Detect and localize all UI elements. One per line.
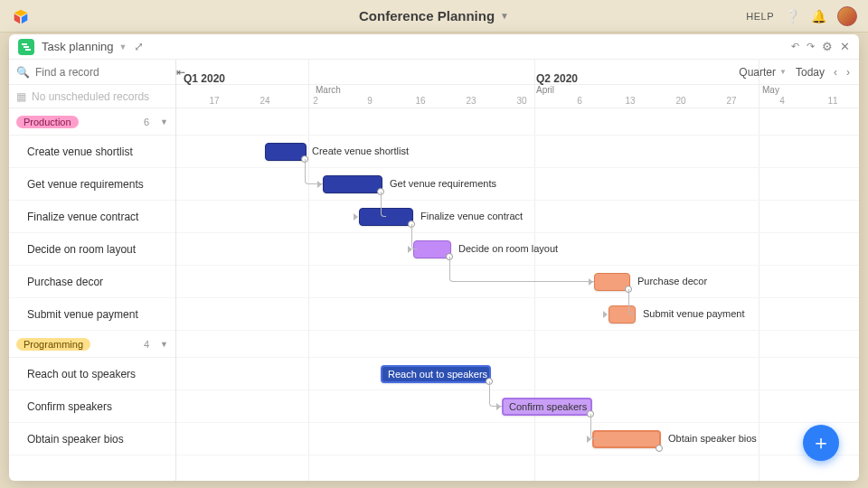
task-list-item[interactable]: Decide on room layout — [9, 233, 175, 266]
task-bar-label: Finalize venue contract — [420, 211, 523, 221]
timeline-row: Submit venue payment — [176, 298, 859, 331]
gear-icon[interactable]: ⚙ — [822, 40, 833, 53]
timeline-row: Obtain speaker bios — [176, 423, 859, 455]
group-header[interactable]: Production6▼ — [9, 108, 175, 136]
app-logo-icon — [11, 6, 31, 26]
task-bar-label: Decide on room layout — [458, 243, 558, 254]
task-bar[interactable]: Reach out to speakers — [381, 365, 491, 383]
svg-rect-1 — [24, 46, 29, 48]
dependency-link — [628, 289, 634, 314]
task-list-item[interactable]: Finalize venue contract — [9, 201, 175, 233]
find-record-input[interactable] — [35, 66, 171, 79]
task-bar-label: Get venue requirements — [390, 178, 496, 189]
task-list-item[interactable]: Obtain speaker bios — [9, 423, 175, 455]
task-bar-label: Submit venue payment — [643, 308, 745, 319]
day-label: 30 — [516, 96, 526, 106]
day-label: 11 — [827, 96, 837, 106]
task-bar[interactable]: Confirm speakers — [502, 398, 592, 416]
month-label: March — [316, 85, 341, 95]
quarter-label: Q1 2020 — [184, 72, 225, 85]
timeline-row: Finalize venue contract — [176, 201, 859, 233]
base-title[interactable]: Conference Planning ▼ — [359, 8, 509, 23]
timeline-row: Get venue requirements — [176, 168, 859, 201]
task-list-item[interactable]: Purchase decor — [9, 266, 175, 298]
group-header[interactable]: Programming4▼ — [9, 331, 175, 358]
expand-icon[interactable]: ⤢ — [134, 40, 144, 53]
calendar-icon: ▦ — [16, 90, 26, 103]
undo-icon[interactable]: ↶ — [791, 41, 799, 52]
arrow-icon — [603, 311, 608, 318]
day-label: 6 — [577, 96, 582, 106]
day-label: 23 — [466, 96, 476, 106]
panel-toolbar: Task planning ▼ ⤢ ↶ ↷ ⚙ ✕ — [9, 34, 859, 60]
group-count: 4 — [144, 339, 153, 350]
group-count: 6 — [144, 117, 153, 127]
arrow-icon — [589, 278, 593, 286]
prev-icon[interactable]: ‹ — [834, 66, 837, 79]
avatar[interactable] — [837, 6, 857, 26]
notifications-icon[interactable]: 🔔 — [811, 9, 826, 23]
close-icon[interactable]: ✕ — [840, 40, 850, 53]
day-label: 13 — [625, 96, 635, 106]
day-label: 16 — [415, 96, 425, 106]
month-label: April — [536, 85, 554, 95]
base-title-text: Conference Planning — [359, 8, 495, 23]
day-label: 24 — [259, 96, 269, 106]
task-list-item[interactable]: Submit venue payment — [9, 298, 175, 331]
task-bar[interactable] — [359, 208, 413, 226]
dependency-link — [381, 192, 386, 217]
help-link[interactable]: HELP — [746, 11, 774, 22]
timeline-body[interactable]: Create venue shortlistGet venue requirem… — [176, 108, 859, 481]
search-icon: 🔍 — [16, 66, 30, 79]
month-label: May — [762, 85, 779, 95]
day-label: 9 — [367, 96, 373, 106]
arrow-icon — [354, 213, 358, 221]
caret-down-icon: ▼ — [160, 340, 168, 349]
group-pill: Programming — [16, 338, 90, 351]
unscheduled-row[interactable]: ▦ No unscheduled records — [9, 85, 175, 108]
timeline-row: Create venue shortlist — [176, 136, 859, 168]
task-bar-label: Obtain speaker bios — [668, 433, 757, 444]
task-list-item[interactable]: Get venue requirements — [9, 168, 175, 201]
task-bar[interactable] — [323, 175, 382, 193]
arrow-icon — [587, 436, 591, 443]
svg-rect-2 — [25, 49, 31, 51]
chevron-down-icon: ▼ — [119, 42, 127, 52]
task-bar[interactable] — [592, 430, 661, 448]
help-icon[interactable]: ❔ — [785, 9, 800, 23]
timeline-header: Q1 2020Q2 2020 Quarter ▼ Today ‹ › March… — [176, 60, 859, 108]
arrow-icon — [408, 246, 412, 253]
add-record-button[interactable]: ＋ — [803, 425, 839, 461]
day-label: 27 — [726, 96, 736, 106]
day-label: 2 — [313, 96, 318, 106]
chevron-down-icon: ▼ — [779, 68, 787, 76]
caret-down-icon: ▼ — [160, 117, 168, 127]
timeline[interactable]: Q1 2020Q2 2020 Quarter ▼ Today ‹ › March… — [176, 60, 859, 481]
task-list-item[interactable]: Confirm speakers — [9, 390, 175, 423]
svg-rect-0 — [22, 43, 27, 45]
day-label: 17 — [209, 96, 219, 106]
view-name[interactable]: Task planning ▼ — [42, 40, 127, 53]
group-pill: Production — [16, 116, 79, 128]
record-list: 🔍 ⇤ ▦ No unscheduled records Production6… — [9, 60, 176, 481]
task-list-item[interactable]: Create venue shortlist — [9, 136, 175, 168]
timeline-panel: Task planning ▼ ⤢ ↶ ↷ ⚙ ✕ 🔍 ⇤ ▦ No unsch… — [9, 34, 859, 481]
dependency-link — [449, 257, 594, 282]
task-bar-label: Purchase decor — [637, 276, 707, 286]
app-header: Conference Planning ▼ HELP ❔ 🔔 — [0, 0, 868, 33]
quarter-label: Q2 2020 — [536, 72, 578, 85]
day-label: 4 — [779, 96, 785, 106]
today-button[interactable]: Today — [796, 66, 825, 79]
task-bar-label: Create venue shortlist — [312, 145, 409, 156]
scale-selector[interactable]: Quarter ▼ — [739, 66, 787, 79]
view-type-icon — [18, 39, 34, 55]
find-record-row: 🔍 ⇤ — [9, 60, 175, 85]
timeline-row: Confirm speakers — [176, 390, 859, 423]
chevron-down-icon: ▼ — [500, 11, 509, 21]
arrow-icon — [317, 181, 322, 188]
dependency-handle[interactable] — [656, 445, 663, 452]
arrow-icon — [496, 403, 501, 410]
next-icon[interactable]: › — [846, 66, 850, 79]
redo-icon[interactable]: ↷ — [807, 41, 815, 52]
task-list-item[interactable]: Reach out to speakers — [9, 358, 175, 390]
